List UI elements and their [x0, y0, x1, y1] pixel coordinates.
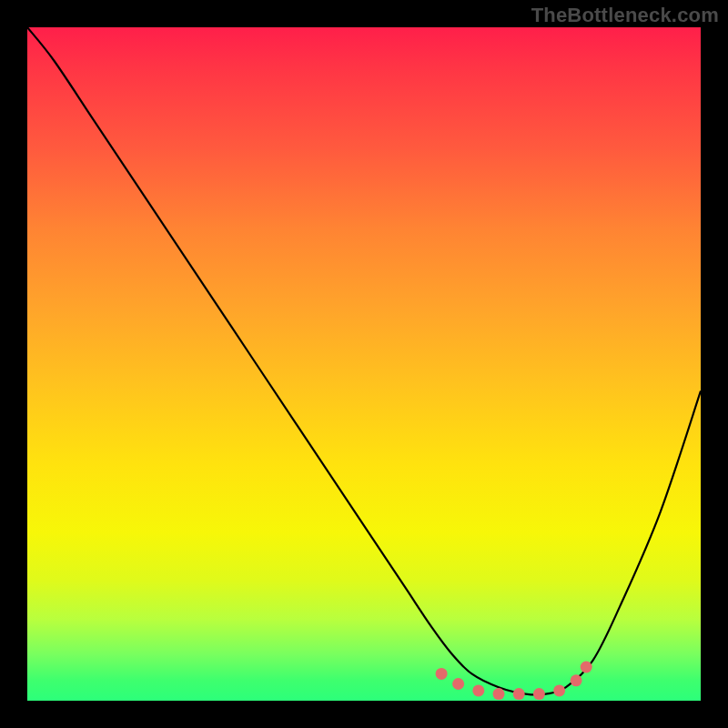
curve-marker — [472, 684, 484, 696]
attribution-label: TheBottleneck.com — [531, 4, 719, 27]
curve-marker — [571, 674, 582, 686]
chart-frame: TheBottleneck.com — [0, 0, 728, 728]
curve-markers — [436, 662, 592, 701]
curve-marker — [436, 668, 448, 680]
bottleneck-curve-path — [27, 27, 701, 695]
curve-marker — [513, 688, 525, 700]
plot-area — [27, 27, 701, 701]
curve-marker — [493, 688, 505, 700]
bottleneck-curve-svg — [27, 27, 701, 701]
curve-marker — [533, 688, 545, 700]
curve-marker — [553, 684, 565, 696]
curve-marker — [452, 678, 464, 690]
curve-marker — [581, 662, 592, 673]
